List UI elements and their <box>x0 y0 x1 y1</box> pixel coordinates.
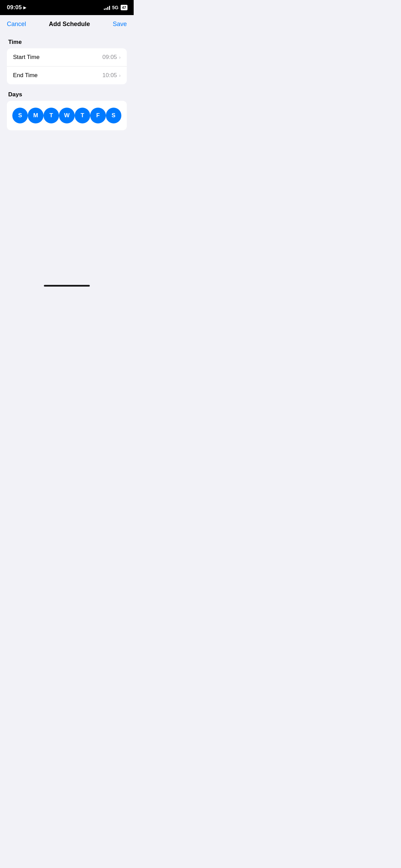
battery-level: 47 <box>122 5 126 10</box>
day-friday[interactable]: F <box>90 108 106 123</box>
day-wednesday[interactable]: W <box>59 108 74 123</box>
status-time: 09:05 ▶ <box>7 4 26 11</box>
start-time-chevron-icon: › <box>119 55 121 60</box>
save-button[interactable]: Save <box>113 21 127 28</box>
page-title: Add Schedule <box>49 21 90 28</box>
status-right: 5G 47 <box>104 5 127 10</box>
network-type: 5G <box>112 5 119 10</box>
start-time-label: Start Time <box>13 54 39 61</box>
end-time-chevron-icon: › <box>119 73 121 78</box>
days-card: S M T W T F S <box>7 101 127 130</box>
start-time-right: 09:05 › <box>102 54 121 61</box>
end-time-row[interactable]: End Time 10:05 › <box>7 67 127 84</box>
day-thursday[interactable]: T <box>75 108 90 123</box>
start-time-row[interactable]: Start Time 09:05 › <box>7 48 127 67</box>
location-icon: ▶ <box>23 5 26 10</box>
start-time-value: 09:05 <box>102 54 117 61</box>
end-time-value: 10:05 <box>102 72 117 79</box>
end-time-label: End Time <box>13 72 38 79</box>
time-section-label: Time <box>7 39 127 46</box>
day-saturday[interactable]: S <box>106 108 121 123</box>
time-display: 09:05 <box>7 4 22 11</box>
day-monday[interactable]: M <box>28 108 43 123</box>
time-card: Start Time 09:05 › End Time 10:05 › <box>7 48 127 84</box>
nav-bar: Cancel Add Schedule Save <box>0 15 134 32</box>
status-bar: 09:05 ▶ 5G 47 <box>0 0 134 15</box>
home-indicator <box>44 285 90 287</box>
main-content: Time Start Time 09:05 › End Time 10:05 ›… <box>0 39 134 130</box>
cancel-button[interactable]: Cancel <box>7 21 26 28</box>
days-row: S M T W T F S <box>12 108 121 123</box>
end-time-right: 10:05 › <box>102 72 121 79</box>
day-tuesday[interactable]: T <box>44 108 59 123</box>
signal-bars-icon <box>104 5 110 10</box>
day-sunday[interactable]: S <box>12 108 28 123</box>
battery-indicator: 47 <box>121 5 127 10</box>
days-section-label: Days <box>7 91 127 98</box>
